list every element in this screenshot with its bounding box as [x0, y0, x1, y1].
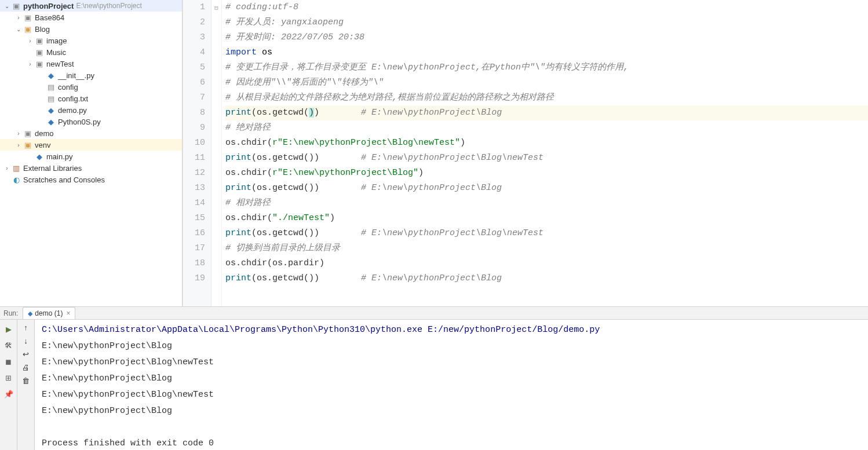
- code-line[interactable]: # 开发人员: yangxiaopeng: [225, 15, 868, 30]
- scratches-consoles[interactable]: ◐ Scratches and Consoles: [0, 174, 182, 185]
- line-number: 18: [195, 256, 205, 271]
- line-number: 16: [195, 226, 205, 241]
- tree-item-label: venv: [35, 141, 50, 149]
- chevron-none: [25, 152, 35, 161]
- up-icon[interactable]: ↑: [24, 323, 28, 332]
- code-line[interactable]: print(os.getcwd()) # E:\new\pythonProjec…: [225, 226, 868, 241]
- tree-item-initpy[interactable]: ◆__init__.py: [0, 69, 182, 81]
- line-number: 9: [195, 120, 205, 136]
- fold-marker: [211, 271, 221, 286]
- chevron-down-icon: ⌄: [2, 1, 12, 10]
- close-icon[interactable]: ×: [66, 309, 70, 317]
- tree-item-mainpy[interactable]: ◆main.py: [0, 151, 182, 162]
- trash-icon[interactable]: 🗑: [22, 376, 30, 385]
- line-number: 7: [195, 90, 205, 105]
- run-tab[interactable]: ◆ demo (1) ×: [23, 307, 75, 319]
- chevron-none: [37, 71, 46, 80]
- fold-marker: [211, 181, 221, 196]
- chevron-none: [37, 82, 46, 92]
- tree-item-base864[interactable]: ›▣Base864: [0, 12, 182, 23]
- code-line[interactable]: os.chdir(os.pardir): [225, 256, 868, 271]
- tree-item-blog[interactable]: ⌄▣Blog: [0, 23, 182, 35]
- line-number: 5: [195, 60, 205, 75]
- code-line[interactable]: # 相对路径: [225, 196, 868, 211]
- console-line: E:\new\pythonProject\Blog: [42, 403, 861, 419]
- fold-marker: [211, 151, 221, 166]
- code-line[interactable]: print(os.getcwd()) # E:\new\pythonProjec…: [225, 105, 868, 120]
- code-line[interactable]: # 变更工作目录，将工作目录变更至 E:\new\pythonProject,在…: [225, 60, 868, 75]
- code-line[interactable]: # 从根目录起始的文件路径称之为绝对路径,根据当前位置起始的路径称之为相对路径: [225, 90, 868, 105]
- folder-icon: ▣: [23, 129, 32, 138]
- fold-marker: [211, 90, 221, 105]
- project-name: pythonProject: [23, 2, 74, 10]
- line-number: 13: [195, 181, 205, 196]
- project-root[interactable]: ⌄ ▣ pythonProject E:\new\pythonProject: [0, 0, 182, 12]
- tree-item-label: config: [58, 83, 78, 92]
- folder-icon: ▣: [35, 47, 44, 57]
- print-icon[interactable]: 🖨: [22, 363, 30, 372]
- tree-item-demopy[interactable]: ◆demo.py: [0, 104, 182, 116]
- run-panel: Run: ◆ demo (1) × ▶ 🛠 ◼ ⊞ 📌 ↑ ↓ ↩ 🖨 🗑: [0, 306, 868, 450]
- chevron-none: [37, 94, 46, 103]
- tree-item-python0spy[interactable]: ◆Python0S.py: [0, 116, 182, 127]
- code-line[interactable]: os.chdir(r"E:\new\pythonProject\Blog\new…: [225, 136, 868, 151]
- code-line[interactable]: print(os.getcwd()) # E:\new\pythonProjec…: [225, 271, 868, 286]
- folder-icon: ▣: [23, 140, 32, 149]
- external-libraries[interactable]: › ▥ External Libraries: [0, 162, 182, 174]
- code-line[interactable]: # 开发时间: 2022/07/05 20:38: [225, 30, 868, 45]
- project-sidebar[interactable]: ⌄ ▣ pythonProject E:\new\pythonProject ›…: [0, 0, 183, 306]
- code-line[interactable]: # 切换到当前目录的上级目录: [225, 241, 868, 256]
- library-icon: ▥: [12, 163, 21, 173]
- fold-marker: [211, 60, 221, 75]
- down-icon[interactable]: ↓: [24, 336, 28, 345]
- file-icon: ▤: [46, 82, 56, 92]
- code-line[interactable]: print(os.getcwd()) # E:\new\pythonProjec…: [225, 151, 868, 166]
- tree-item-venv[interactable]: ›▣venv: [0, 139, 182, 151]
- soft-wrap-icon[interactable]: ↩: [23, 350, 29, 358]
- console-output[interactable]: C:\Users\Administrator\AppData\Local\Pro…: [35, 320, 868, 450]
- tree-item-newtest[interactable]: ›▣newTest: [0, 58, 182, 69]
- tree-item-demo[interactable]: ›▣demo: [0, 127, 182, 139]
- python-file-icon: ◆: [35, 152, 44, 161]
- tree-item-label: image: [46, 36, 67, 45]
- fold-marker: [211, 136, 221, 151]
- fold-marker: [211, 256, 221, 271]
- tree-item-label: demo: [35, 129, 54, 138]
- fold-gutter[interactable]: ⊟: [211, 0, 222, 306]
- layout-icon[interactable]: ⊞: [3, 372, 14, 383]
- tree-item-image[interactable]: ›▣image: [0, 35, 182, 46]
- fold-marker: [211, 75, 221, 90]
- tree-item-label: Blog: [35, 25, 50, 34]
- code-line[interactable]: # coding:utf-8: [225, 0, 868, 15]
- fold-marker[interactable]: ⊟: [211, 0, 221, 15]
- pin-icon[interactable]: 📌: [3, 388, 14, 400]
- code-line[interactable]: os.chdir("./newTest"): [225, 211, 868, 226]
- console-line: C:\Users\Administrator\AppData\Local\Pro…: [42, 322, 861, 338]
- fold-marker: [211, 196, 221, 211]
- stop-icon[interactable]: ◼: [3, 356, 14, 367]
- rerun-icon[interactable]: ▶: [3, 323, 14, 335]
- line-number: 10: [195, 136, 205, 151]
- fold-marker: [211, 211, 221, 226]
- wrench-icon[interactable]: 🛠: [3, 339, 14, 351]
- fold-marker: [211, 226, 221, 241]
- code-line[interactable]: print(os.getcwd()) # E:\new\pythonProjec…: [225, 181, 868, 196]
- code-line[interactable]: # 绝对路径: [225, 120, 868, 136]
- tree-item-music[interactable]: ▣Music: [0, 46, 182, 58]
- tree-item-configtxt[interactable]: ▤config.txt: [0, 93, 182, 104]
- run-label: Run:: [3, 309, 18, 317]
- folder-icon: ▣: [35, 36, 44, 45]
- code-editor[interactable]: 12345678910111213141516171819 ⊟ # coding…: [183, 0, 868, 306]
- file-icon: ▤: [46, 94, 56, 103]
- line-number: 2: [195, 15, 205, 30]
- code-line[interactable]: os.chdir(r"E:\new\pythonProject\Blog"): [225, 166, 868, 181]
- line-number: 15: [195, 211, 205, 226]
- chevron-none: [25, 47, 35, 57]
- chevron-right-icon: ›: [2, 163, 12, 173]
- code-content[interactable]: # coding:utf-8# 开发人员: yangxiaopeng# 开发时间…: [222, 0, 868, 306]
- code-line[interactable]: import os: [225, 45, 868, 60]
- tree-item-config[interactable]: ▤config: [0, 81, 182, 93]
- run-header: Run: ◆ demo (1) ×: [0, 307, 868, 320]
- code-line[interactable]: # 因此使用"\\"将后面的"\"转移为"\": [225, 75, 868, 90]
- chevron-right-icon: ›: [25, 36, 35, 45]
